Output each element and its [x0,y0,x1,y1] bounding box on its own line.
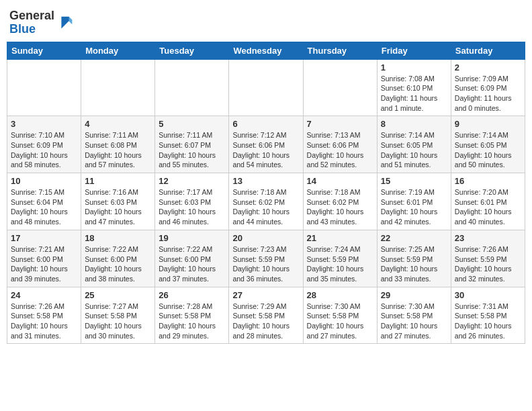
day-number: 15 [381,176,447,186]
day-number: 10 [11,176,77,186]
calendar-cell: 15Sunrise: 7:19 AMSunset: 6:01 PMDayligh… [377,173,451,230]
day-info: Sunrise: 7:23 AMSunset: 5:59 PMDaylight:… [232,244,299,284]
weekday-header-friday: Friday [377,42,451,59]
day-info: Sunrise: 7:27 AMSunset: 5:58 PMDaylight:… [85,302,151,341]
calendar-cell: 29Sunrise: 7:30 AMSunset: 5:58 PMDayligh… [377,287,451,344]
day-info: Sunrise: 7:26 AMSunset: 5:59 PMDaylight:… [455,244,521,284]
day-number: 9 [455,119,521,129]
calendar-cell: 4Sunrise: 7:11 AMSunset: 6:08 PMDaylight… [81,116,155,173]
logo-general: General [9,9,54,23]
calendar-cell: 30Sunrise: 7:31 AMSunset: 5:58 PMDayligh… [451,287,525,344]
calendar-cell: 6Sunrise: 7:12 AMSunset: 6:06 PMDaylight… [229,116,303,173]
logo: General Blue [9,9,73,36]
calendar-cell: 18Sunrise: 7:22 AMSunset: 6:00 PMDayligh… [81,230,155,287]
day-info: Sunrise: 7:14 AMSunset: 6:05 PMDaylight:… [381,130,447,170]
day-number: 8 [381,119,447,129]
calendar-cell: 21Sunrise: 7:24 AMSunset: 5:59 PMDayligh… [303,230,377,287]
day-number: 12 [159,176,225,186]
day-info: Sunrise: 7:15 AMSunset: 6:04 PMDaylight:… [11,187,77,227]
day-info: Sunrise: 7:09 AMSunset: 6:09 PMDaylight:… [455,74,521,113]
day-number: 24 [11,290,77,300]
day-number: 18 [85,233,151,243]
day-number: 2 [455,62,521,73]
day-number: 27 [232,290,299,300]
day-info: Sunrise: 7:22 AMSunset: 6:00 PMDaylight:… [159,244,225,284]
calendar-week-row: 10Sunrise: 7:15 AMSunset: 6:04 PMDayligh… [7,173,525,230]
day-info: Sunrise: 7:28 AMSunset: 5:58 PMDaylight:… [159,302,225,341]
calendar-cell [7,59,81,116]
day-info: Sunrise: 7:18 AMSunset: 6:02 PMDaylight:… [232,187,299,227]
calendar-week-row: 1Sunrise: 7:08 AMSunset: 6:10 PMDaylight… [7,59,525,116]
calendar-table: SundayMondayTuesdayWednesdayThursdayFrid… [7,42,525,345]
calendar-cell: 7Sunrise: 7:13 AMSunset: 6:06 PMDaylight… [303,116,377,173]
calendar-cell: 14Sunrise: 7:18 AMSunset: 6:02 PMDayligh… [303,173,377,230]
day-number: 14 [307,176,373,186]
calendar-cell [229,59,303,116]
calendar-cell: 1Sunrise: 7:08 AMSunset: 6:10 PMDaylight… [377,59,451,116]
day-info: Sunrise: 7:11 AMSunset: 6:08 PMDaylight:… [85,130,151,170]
day-number: 22 [381,233,447,243]
day-number: 4 [85,119,151,129]
calendar-cell: 11Sunrise: 7:16 AMSunset: 6:03 PMDayligh… [81,173,155,230]
calendar-cell: 12Sunrise: 7:17 AMSunset: 6:03 PMDayligh… [155,173,229,230]
calendar-cell: 22Sunrise: 7:25 AMSunset: 5:59 PMDayligh… [377,230,451,287]
day-number: 26 [159,290,225,300]
day-info: Sunrise: 7:30 AMSunset: 5:58 PMDaylight:… [381,302,447,341]
day-info: Sunrise: 7:26 AMSunset: 5:58 PMDaylight:… [11,302,77,341]
day-info: Sunrise: 7:16 AMSunset: 6:03 PMDaylight:… [85,187,151,227]
calendar-cell: 8Sunrise: 7:14 AMSunset: 6:05 PMDaylight… [377,116,451,173]
weekday-header-wednesday: Wednesday [229,42,303,59]
day-info: Sunrise: 7:25 AMSunset: 5:59 PMDaylight:… [381,244,447,284]
day-number: 16 [455,176,521,186]
logo-blue: Blue [9,23,54,36]
weekday-header-tuesday: Tuesday [155,42,229,59]
svg-marker-1 [69,17,73,24]
day-number: 23 [455,233,521,243]
weekday-header-thursday: Thursday [303,42,377,59]
day-info: Sunrise: 7:31 AMSunset: 5:58 PMDaylight:… [455,302,521,341]
calendar-cell: 16Sunrise: 7:20 AMSunset: 6:01 PMDayligh… [451,173,525,230]
calendar-cell: 24Sunrise: 7:26 AMSunset: 5:58 PMDayligh… [7,287,81,344]
day-info: Sunrise: 7:21 AMSunset: 6:00 PMDaylight:… [11,244,77,284]
logo-icon [57,13,73,30]
calendar-cell: 27Sunrise: 7:29 AMSunset: 5:58 PMDayligh… [229,287,303,344]
day-info: Sunrise: 7:10 AMSunset: 6:09 PMDaylight:… [11,130,77,170]
calendar-cell: 23Sunrise: 7:26 AMSunset: 5:59 PMDayligh… [451,230,525,287]
calendar-week-row: 17Sunrise: 7:21 AMSunset: 6:00 PMDayligh… [7,230,525,287]
calendar-cell: 25Sunrise: 7:27 AMSunset: 5:58 PMDayligh… [81,287,155,344]
calendar-week-row: 24Sunrise: 7:26 AMSunset: 5:58 PMDayligh… [7,287,525,344]
day-info: Sunrise: 7:14 AMSunset: 6:05 PMDaylight:… [455,130,521,170]
day-number: 6 [232,119,299,129]
calendar-cell [155,59,229,116]
calendar-cell: 26Sunrise: 7:28 AMSunset: 5:58 PMDayligh… [155,287,229,344]
calendar-header-row: SundayMondayTuesdayWednesdayThursdayFrid… [7,42,525,59]
calendar-cell: 3Sunrise: 7:10 AMSunset: 6:09 PMDaylight… [7,116,81,173]
day-number: 1 [381,62,447,73]
calendar-cell: 17Sunrise: 7:21 AMSunset: 6:00 PMDayligh… [7,230,81,287]
day-info: Sunrise: 7:24 AMSunset: 5:59 PMDaylight:… [307,244,373,284]
calendar-cell: 2Sunrise: 7:09 AMSunset: 6:09 PMDaylight… [451,59,525,116]
weekday-header-sunday: Sunday [7,42,81,59]
day-info: Sunrise: 7:12 AMSunset: 6:06 PMDaylight:… [232,130,299,170]
day-number: 20 [232,233,299,243]
day-number: 19 [159,233,225,243]
calendar-cell: 5Sunrise: 7:11 AMSunset: 6:07 PMDaylight… [155,116,229,173]
day-number: 17 [11,233,77,243]
day-number: 5 [159,119,225,129]
day-info: Sunrise: 7:19 AMSunset: 6:01 PMDaylight:… [381,187,447,227]
day-info: Sunrise: 7:22 AMSunset: 6:00 PMDaylight:… [85,244,151,284]
calendar-cell [303,59,377,116]
calendar-cell: 19Sunrise: 7:22 AMSunset: 6:00 PMDayligh… [155,230,229,287]
day-number: 13 [232,176,299,186]
calendar-cell [81,59,155,116]
day-number: 11 [85,176,151,186]
day-number: 25 [85,290,151,300]
calendar-cell: 13Sunrise: 7:18 AMSunset: 6:02 PMDayligh… [229,173,303,230]
weekday-header-monday: Monday [81,42,155,59]
day-info: Sunrise: 7:18 AMSunset: 6:02 PMDaylight:… [307,187,373,227]
day-info: Sunrise: 7:17 AMSunset: 6:03 PMDaylight:… [159,187,225,227]
calendar-cell: 9Sunrise: 7:14 AMSunset: 6:05 PMDaylight… [451,116,525,173]
day-number: 28 [307,290,373,300]
day-number: 29 [381,290,447,300]
day-info: Sunrise: 7:20 AMSunset: 6:01 PMDaylight:… [455,187,521,227]
